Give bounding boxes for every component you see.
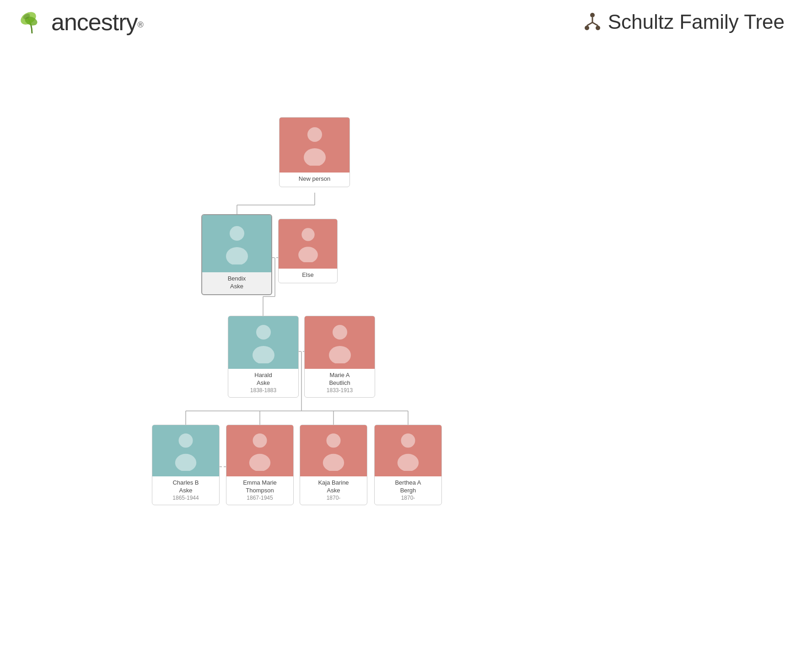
person-card-bendix[interactable]: Bendix Aske [201,214,272,295]
svg-point-39 [323,454,344,471]
avatar-berthea [375,425,441,476]
avatar-kaja [300,425,367,476]
silhouette-new-person [301,124,328,166]
person-card-marie[interactable]: Marie A Beutlich 1833-1913 [304,316,375,398]
silhouette-marie [326,322,354,363]
name-marie: Marie A Beutlich [327,372,352,387]
dates-berthea: 1870- [401,495,415,501]
svg-point-40 [401,433,415,448]
svg-point-32 [333,325,347,340]
logo-text: ancestry® [51,8,144,36]
svg-point-35 [175,454,196,471]
svg-point-27 [226,247,248,264]
svg-point-28 [301,228,314,241]
person-card-else[interactable]: Else [278,219,338,283]
name-emma: Emma Marie Thompson [241,479,279,495]
person-card-harald[interactable]: Harald Aske 1838-1883 [228,316,299,398]
svg-point-5 [596,26,600,30]
svg-point-29 [298,247,318,262]
avatar-harald [228,316,298,369]
avatar-emma [226,425,293,476]
svg-point-34 [179,433,193,448]
svg-point-30 [256,325,271,340]
silhouette-kaja [320,431,347,471]
avatar-else [279,219,337,269]
svg-line-7 [587,22,592,26]
svg-point-3 [590,13,595,17]
tree-title: Schultz Family Tree [608,11,785,33]
silhouette-charles [172,431,199,471]
svg-point-33 [329,346,351,363]
silhouette-harald [250,322,277,363]
connector-lines [0,49,812,653]
avatar-marie [305,316,375,369]
person-card-berthea[interactable]: Berthea A Bergh 1870- [374,425,442,505]
header: ancestry® Schultz Family Tree [0,0,812,40]
svg-point-41 [398,454,419,471]
person-card-charles[interactable]: Charles B Aske 1865-1944 [152,425,220,505]
dates-marie: 1833-1913 [327,387,353,394]
person-card-kaja[interactable]: Kaja Barine Aske 1870- [300,425,367,505]
avatar-new-person [280,118,350,173]
name-new-person: New person [297,175,332,183]
svg-point-36 [253,433,267,448]
name-berthea: Berthea A Bergh [393,479,423,495]
svg-point-4 [585,26,589,30]
silhouette-bendix [223,223,251,264]
svg-point-31 [253,346,274,363]
family-tree-icon [583,12,602,32]
tree-title-container: Schultz Family Tree [583,11,785,33]
name-harald: Harald Aske [253,372,274,387]
silhouette-emma [247,431,273,471]
silhouette-else [296,226,321,262]
dates-harald: 1838-1883 [250,387,276,394]
ancestry-leaf-icon [18,8,46,36]
name-else: Else [300,271,315,279]
svg-point-38 [327,433,341,448]
svg-point-26 [230,226,244,241]
logo-container: ancestry® [18,8,144,36]
svg-point-25 [304,148,326,166]
tree-canvas: New person Bendix Aske Else Hara [0,49,812,653]
dates-emma: 1867-1945 [247,495,273,501]
name-bendix: Bendix Aske [226,275,248,291]
dates-kaja: 1870- [327,495,341,501]
avatar-bendix [202,215,271,272]
silhouette-berthea [395,431,421,471]
name-charles: Charles B Aske [171,479,200,495]
svg-line-8 [592,22,598,26]
dates-charles: 1865-1944 [172,495,199,501]
svg-point-37 [249,454,270,471]
avatar-charles [152,425,219,476]
name-kaja: Kaja Barine Aske [316,479,350,495]
person-card-new-person[interactable]: New person [279,117,350,187]
person-card-emma[interactable]: Emma Marie Thompson 1867-1945 [226,425,294,505]
svg-point-24 [307,127,322,142]
